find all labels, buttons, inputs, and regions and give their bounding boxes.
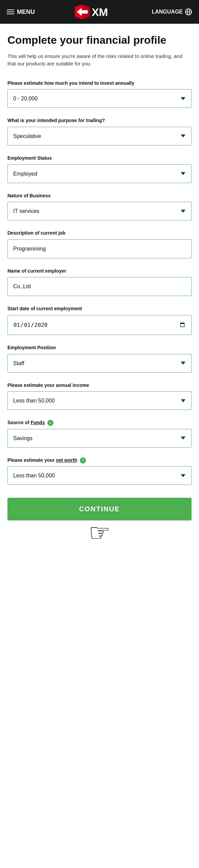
field-employer-name: Name of current employer [7, 268, 192, 296]
logo: XM [75, 4, 112, 19]
field-employment-position: Employment Position Staff Manager Direct… [7, 344, 192, 373]
field-employment-status: Employment Status Employed Self-Employed… [7, 155, 192, 183]
xm-logo: XM [75, 4, 112, 19]
select-wrapper-purpose: Speculative Hedging Investment [7, 127, 192, 145]
select-employment-status[interactable]: Employed Self-Employed Unemployed Retire… [7, 164, 192, 183]
label-invest-annually: Please estimate how much you intend to i… [7, 80, 192, 87]
select-wrapper-employment: Employed Self-Employed Unemployed Retire… [7, 164, 192, 183]
input-employer-name[interactable] [7, 277, 192, 296]
field-nature-business: Nature of Business IT services Finance H… [7, 193, 192, 221]
field-employment-start: Start date of current employment [7, 305, 192, 335]
funds-underline: Funds [30, 420, 45, 425]
page-description: This will help us ensure you're aware of… [7, 53, 192, 68]
select-wrapper-income: Less than 50,000 50,000 - 100,000 100,00… [7, 391, 192, 410]
select-trading-purpose[interactable]: Speculative Hedging Investment [7, 127, 192, 145]
field-invest-annually: Please estimate how much you intend to i… [7, 80, 192, 108]
net-worth-info-icon[interactable]: i [80, 457, 86, 463]
select-wrapper-business: IT services Finance Healthcare Education… [7, 202, 192, 220]
select-wrapper-invest: 0 - 20,000 20,000 - 50,000 50,000 - 100,… [7, 89, 192, 108]
logo-svg: XM [75, 4, 112, 19]
select-source-funds[interactable]: Savings Income Inheritance Investment Re… [7, 429, 192, 448]
main-content: Complete your financial profile This wil… [0, 24, 199, 579]
language-label: LANGUAGE [152, 9, 183, 15]
field-job-description: Description of current job [7, 230, 192, 258]
select-net-worth[interactable]: Less than 50,000 50,000 - 100,000 100,00… [7, 466, 192, 485]
label-employment-start: Start date of current employment [7, 305, 192, 312]
label-trading-purpose: What is your intended purpose for tradin… [7, 117, 192, 124]
input-employment-start[interactable] [7, 315, 192, 335]
label-nature-business: Nature of Business [7, 193, 192, 199]
label-job-description: Description of current job [7, 230, 192, 237]
page-title: Complete your financial profile [7, 34, 192, 46]
cursor-hand-icon: ☞ [89, 520, 111, 545]
field-net-worth: Please estimate your net worth i Less th… [7, 457, 192, 485]
continue-button[interactable]: CONTINUE [7, 498, 192, 520]
select-nature-business[interactable]: IT services Finance Healthcare Education… [7, 202, 192, 220]
hamburger-icon [7, 9, 14, 14]
select-annual-income[interactable]: Less than 50,000 50,000 - 100,000 100,00… [7, 391, 192, 410]
field-trading-purpose: What is your intended purpose for tradin… [7, 117, 192, 145]
globe-icon [185, 8, 192, 16]
cursor-area: ☞ [7, 520, 192, 565]
svg-text:XM: XM [92, 6, 108, 18]
label-annual-income: Please estimate your annual income [7, 382, 192, 389]
select-invest-annually[interactable]: 0 - 20,000 20,000 - 50,000 50,000 - 100,… [7, 89, 192, 108]
label-employer-name: Name of current employer [7, 268, 192, 275]
select-employment-position[interactable]: Staff Manager Director Executive [7, 354, 192, 373]
menu-label: MENU [17, 8, 35, 16]
menu-button[interactable]: MENU [7, 8, 35, 16]
label-net-worth: Please estimate your net worth i [7, 457, 192, 464]
language-button[interactable]: LANGUAGE [152, 8, 192, 16]
select-wrapper-funds: Savings Income Inheritance Investment Re… [7, 429, 192, 448]
field-source-funds: Source of Funds i Savings Income Inherit… [7, 419, 192, 448]
net-worth-underline: net worth [56, 457, 77, 463]
label-employment-status: Employment Status [7, 155, 192, 162]
label-employment-position: Employment Position [7, 344, 192, 351]
select-wrapper-position: Staff Manager Director Executive [7, 354, 192, 373]
header: MENU XM LANGUAGE [0, 0, 199, 24]
funds-info-icon[interactable]: i [47, 420, 53, 426]
field-annual-income: Please estimate your annual income Less … [7, 382, 192, 410]
select-wrapper-net-worth: Less than 50,000 50,000 - 100,000 100,00… [7, 466, 192, 485]
input-job-description[interactable] [7, 239, 192, 258]
label-source-funds: Source of Funds i [7, 419, 192, 426]
